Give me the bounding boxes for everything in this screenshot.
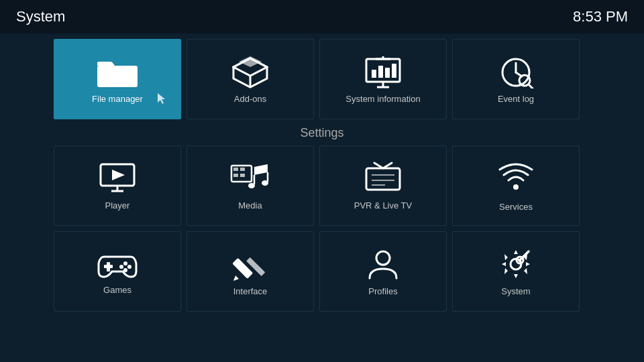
games-icon (97, 249, 138, 280)
profiles-icon (366, 247, 400, 281)
tile-add-ons[interactable]: Add-ons (186, 39, 314, 119)
svg-rect-24 (240, 174, 245, 177)
svg-rect-37 (104, 265, 113, 268)
clock: 8:53 PM (573, 8, 628, 25)
svg-line-14 (529, 84, 533, 88)
tile-services[interactable]: Services (452, 145, 580, 226)
svg-rect-3 (378, 66, 383, 78)
tile-profiles[interactable]: Profiles (319, 231, 447, 312)
svg-point-35 (513, 184, 519, 190)
svg-rect-29 (366, 168, 400, 190)
services-icon (498, 160, 534, 196)
svg-rect-5 (392, 64, 396, 78)
page-title: System (16, 8, 65, 25)
file-manager-label: File manager (92, 94, 143, 104)
services-label: Services (499, 202, 533, 212)
pvr-live-tv-label: PVR & Live TV (354, 200, 412, 210)
player-icon (99, 162, 136, 195)
svg-marker-43 (233, 276, 239, 281)
pvr-live-tv-icon (365, 162, 401, 195)
file-manager-icon (96, 55, 139, 88)
svg-rect-21 (233, 168, 238, 171)
system-label: System (501, 286, 530, 296)
media-label: Media (238, 200, 262, 210)
system-information-icon (365, 55, 401, 88)
cursor-indicator (158, 93, 167, 108)
header: System 8:53 PM (0, 0, 644, 34)
system-icon (498, 247, 534, 281)
svg-point-27 (248, 183, 255, 188)
profiles-label: Profiles (368, 286, 397, 296)
svg-rect-0 (97, 66, 138, 87)
player-label: Player (105, 200, 130, 210)
tile-event-log[interactable]: Event log (452, 39, 580, 119)
tile-pvr-live-tv[interactable]: PVR & Live TV (319, 145, 447, 226)
interface-icon (232, 247, 268, 281)
svg-point-28 (262, 180, 268, 186)
svg-rect-4 (385, 68, 390, 78)
top-tiles-row: File manager (54, 39, 590, 119)
svg-point-40 (123, 268, 127, 272)
settings-row-1: Player Media (54, 145, 590, 226)
system-information-label: System information (345, 94, 420, 104)
settings-row-2: Games Interface (54, 231, 590, 312)
tile-media[interactable]: Media (186, 145, 314, 226)
settings-section-label: Settings (54, 119, 590, 145)
tile-system-information[interactable]: System information (319, 39, 447, 119)
tile-player[interactable]: Player (54, 145, 181, 226)
add-ons-icon (232, 55, 268, 88)
add-ons-label: Add-ons (234, 94, 266, 104)
event-log-icon (498, 55, 534, 88)
svg-point-45 (376, 251, 390, 265)
svg-marker-17 (112, 170, 125, 180)
main-content: File manager (0, 34, 644, 322)
tile-system[interactable]: System (452, 231, 580, 312)
svg-rect-23 (233, 174, 238, 177)
svg-rect-2 (372, 70, 376, 78)
tile-games[interactable]: Games (54, 231, 181, 312)
event-log-label: Event log (498, 94, 534, 104)
media-icon (230, 162, 270, 195)
svg-point-39 (127, 265, 131, 269)
svg-point-38 (123, 261, 127, 265)
interface-label: Interface (233, 286, 268, 296)
tile-interface[interactable]: Interface (186, 231, 314, 312)
games-label: Games (103, 285, 131, 295)
svg-point-41 (119, 265, 123, 269)
svg-rect-22 (240, 168, 245, 171)
tile-file-manager[interactable]: File manager (54, 39, 181, 119)
